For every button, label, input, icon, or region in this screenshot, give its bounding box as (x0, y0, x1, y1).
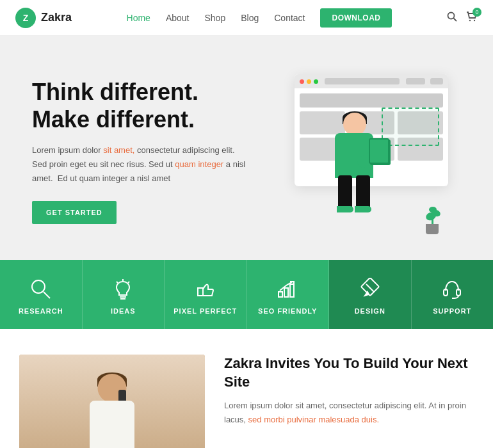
feature-ideas[interactable]: IDEAS (83, 260, 165, 329)
nav-home[interactable]: Home (127, 13, 150, 23)
bottom-title: Zakra Invites You To Build Your Next Sit… (224, 355, 474, 391)
feature-pixel-label: PIXEL PERFECT (174, 307, 237, 315)
brand[interactable]: Z Zakra (15, 8, 72, 28)
nav-blog[interactable]: Blog (241, 13, 259, 23)
bottom-description: Lorem ipsum dolor sit amet, consectetur … (224, 399, 474, 427)
svg-rect-12 (284, 288, 288, 297)
svg-rect-11 (279, 292, 282, 297)
download-button[interactable]: DOWNLOAD (320, 8, 392, 28)
svg-line-5 (44, 292, 50, 298)
svg-line-15 (366, 284, 374, 292)
plant-decoration (423, 207, 442, 234)
feature-research-label: RESEARCH (19, 307, 63, 315)
svg-line-10 (117, 282, 118, 283)
brand-icon: Z (15, 8, 36, 28)
selection-box (382, 108, 439, 146)
svg-point-3 (474, 19, 475, 20)
feature-support[interactable]: SUPPORT (412, 260, 494, 329)
person-book (369, 138, 389, 164)
hero-description: Lorem ipsum dolor sit amet, consectetur … (32, 143, 247, 186)
feature-design[interactable]: DESIGN (329, 260, 412, 329)
browser-url-bar (325, 78, 400, 84)
feature-design-label: DESIGN (355, 307, 385, 315)
bottom-image (19, 355, 205, 448)
search-icon[interactable] (447, 12, 457, 24)
browser-dot-yellow (307, 79, 311, 84)
svg-rect-14 (361, 278, 379, 296)
chart-icon (276, 278, 299, 301)
person-shoe-left (337, 206, 353, 212)
navbar-icons: 0 (447, 12, 478, 24)
features-bar: RESEARCH IDEAS PIXEL PERFECT SEO FRIENDL… (0, 260, 493, 329)
photo-man-body (90, 401, 134, 448)
bottom-text: Zakra Invites You To Build Your Next Sit… (224, 355, 474, 427)
headphone-icon (440, 278, 464, 301)
browser-bar (295, 74, 448, 88)
browser-header (300, 93, 443, 108)
search-icon (29, 278, 53, 301)
idea-icon (111, 278, 134, 301)
feature-seo-label: SEO FRIENDLY (258, 307, 317, 315)
navbar: Z Zakra Home About Shop Blog Contact DOW… (0, 0, 493, 36)
brand-name: Zakra (41, 11, 72, 24)
pencil-icon (359, 278, 382, 301)
browser-extra2 (430, 78, 443, 84)
bottom-section: Zakra Invites You To Build Your Next Sit… (0, 329, 493, 448)
hero-content: Think different. Make different. Lorem i… (32, 78, 247, 225)
person-shoe-right (355, 206, 371, 212)
svg-line-1 (453, 18, 457, 21)
person-leg-right (356, 175, 370, 211)
svg-point-2 (469, 19, 471, 20)
svg-line-9 (128, 282, 129, 283)
feature-ideas-label: IDEAS (111, 307, 136, 315)
svg-rect-13 (290, 284, 294, 297)
svg-point-0 (448, 12, 454, 19)
feature-research[interactable]: RESEARCH (0, 260, 83, 329)
cart-badge: 0 (473, 8, 481, 17)
svg-point-4 (32, 280, 45, 293)
get-started-button[interactable]: GET STARTED (32, 201, 117, 224)
nav-shop[interactable]: Shop (205, 13, 226, 23)
feature-seo[interactable]: SEO FRIENDLY (247, 260, 330, 329)
feature-pixel-perfect[interactable]: PIXEL PERFECT (165, 260, 247, 329)
person-illustration (325, 106, 383, 234)
hero-title: Think different. Make different. (32, 78, 247, 133)
feature-support-label: SUPPORT (433, 307, 471, 315)
hero-section: Think different. Make different. Lorem i… (0, 36, 493, 260)
browser-extra (406, 78, 425, 84)
plant-pot (426, 224, 439, 234)
cart-icon[interactable]: 0 (466, 12, 478, 24)
thumb-icon (194, 278, 217, 301)
person-leg-left (338, 175, 352, 211)
browser-dot-green (314, 79, 318, 84)
hero-visual (247, 68, 461, 234)
person-head (343, 113, 366, 136)
browser-dot-red (300, 79, 304, 84)
nav-links: Home About Shop Blog Contact DOWNLOAD (127, 8, 392, 28)
photo-background (19, 355, 205, 448)
nav-contact[interactable]: Contact (274, 13, 305, 23)
nav-about[interactable]: About (166, 13, 190, 23)
